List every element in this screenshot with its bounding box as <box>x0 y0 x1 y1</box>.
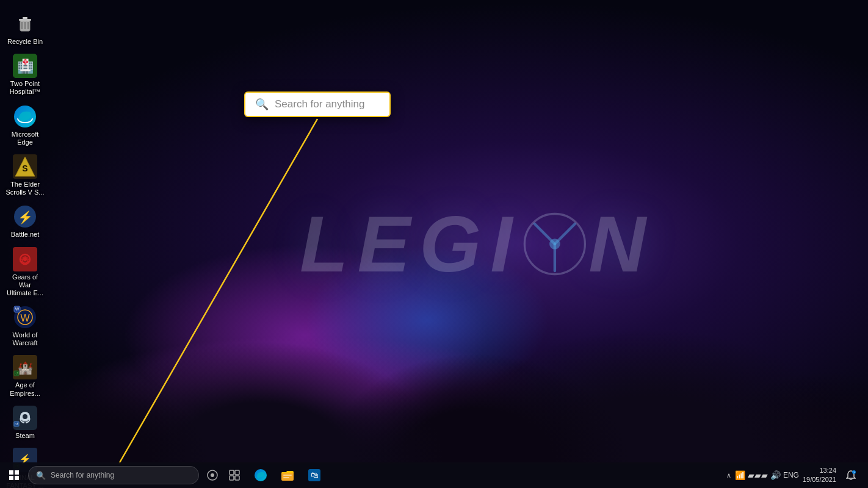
steam-label: Steam <box>15 432 35 440</box>
taskbar-notification-button[interactable]: 2 <box>840 464 862 486</box>
svg-text:↺: ↺ <box>15 422 18 426</box>
desktop-icons-column: Recycle Bin 🏥 Two PointHospital™ <box>0 6 49 488</box>
svg-text:W: W <box>15 307 20 311</box>
taskbar-system-tray: ∧ 📶 ▰▰▰ 🔊 ENG 13:24 19/05/2021 <box>726 464 868 486</box>
tph-icon: 🏥 <box>13 54 37 78</box>
desktop-icon-edge[interactable]: MicrosoftEdge <box>3 102 47 149</box>
taskbar-datetime[interactable]: 13:24 19/05/2021 <box>803 466 836 485</box>
taskbar-search-text: Search for anything <box>51 471 114 479</box>
svg-text:🏥: 🏥 <box>17 58 34 74</box>
edge-label: MicrosoftEdge <box>12 131 39 146</box>
battlenet-icon: ⚡ <box>13 204 37 229</box>
elderscrolls-label: The ElderScrolls V S... <box>6 181 45 196</box>
language-indicator[interactable]: ENG <box>783 471 799 479</box>
wow-icon: W W <box>13 305 37 329</box>
taskbar-app-edge[interactable] <box>248 462 273 488</box>
aoe1-icon: 🏰 ↺ <box>13 355 37 379</box>
search-popup-search-icon: 🔍 <box>255 98 269 111</box>
svg-point-47 <box>211 473 214 477</box>
start-button[interactable] <box>0 462 28 488</box>
taskbar-time: 13:24 <box>819 466 836 475</box>
gearsofwar-label: Gears of WarUltimate E... <box>5 273 45 298</box>
svg-rect-6 <box>19 19 31 21</box>
edge-icon <box>13 104 37 129</box>
taskbar-search-icon: 🔍 <box>36 471 46 480</box>
desktop-icon-recycle-bin[interactable]: Recycle Bin <box>3 9 47 48</box>
desktop: LEGI N Recyc <box>0 0 868 488</box>
svg-rect-51 <box>235 476 239 480</box>
legion-text-part1: LEGI <box>300 198 521 290</box>
desktop-icon-battlenet[interactable]: ⚡ Battle.net <box>3 202 47 241</box>
recycle-bin-icon <box>13 12 37 36</box>
svg-rect-49 <box>235 470 239 475</box>
search-popup[interactable]: 🔍 Search for anything <box>244 92 391 117</box>
search-circle-icon <box>207 470 218 481</box>
desktop-icon-steam[interactable]: ↺ Steam <box>3 403 47 442</box>
desktop-icon-elderscrolls[interactable]: S The ElderScrolls V S... <box>3 152 47 199</box>
svg-rect-55 <box>283 477 289 478</box>
taskbar-task-view-button[interactable] <box>223 464 245 486</box>
legion-logo: LEGI N <box>300 198 655 290</box>
svg-rect-50 <box>230 476 234 480</box>
windows-logo-icon <box>9 470 19 480</box>
svg-rect-7 <box>23 17 27 19</box>
elderscrolls-icon: S <box>13 154 37 179</box>
desktop-icon-gearsofwar[interactable]: ⚙ Gears of WarUltimate E... <box>3 245 47 300</box>
notification-icon: 2 <box>846 470 856 480</box>
tray-expand-button[interactable]: ∧ <box>726 472 731 479</box>
svg-text:⚙: ⚙ <box>20 254 30 266</box>
taskbar-app-explorer[interactable] <box>275 462 300 488</box>
battery-icon: ▰▰▰ <box>748 470 768 480</box>
bg-glow-purple2 <box>61 336 549 458</box>
task-view-icon <box>229 470 240 481</box>
svg-point-4 <box>550 239 561 249</box>
taskbar-search-bar[interactable]: 🔍 Search for anything <box>28 466 199 484</box>
svg-text:⚡: ⚡ <box>18 210 33 225</box>
svg-rect-54 <box>283 475 292 476</box>
svg-text:W: W <box>20 313 30 323</box>
taskbar-date: 19/05/2021 <box>803 475 836 484</box>
search-popup-placeholder: Search for anything <box>275 98 364 110</box>
svg-rect-48 <box>230 470 234 475</box>
recycle-bin-label: Recycle Bin <box>7 38 43 46</box>
svg-text:S: S <box>22 163 27 173</box>
taskbar-search-circle-button[interactable] <box>201 464 223 486</box>
battlenet-label: Battle.net <box>11 231 39 239</box>
desktop-icon-tph[interactable]: 🏥 Two PointHospital™ <box>3 51 47 98</box>
svg-text:🏰: 🏰 <box>18 361 33 376</box>
svg-text:↺: ↺ <box>15 371 18 375</box>
taskbar-sys-icons: 📶 ▰▰▰ 🔊 ENG <box>735 470 799 480</box>
volume-icon: 🔊 <box>770 470 781 480</box>
legion-y-icon <box>521 210 588 278</box>
legion-text-part2: N <box>588 198 655 290</box>
aoe1-label: Age ofEmpires... <box>10 381 40 397</box>
desktop-icon-aoe1[interactable]: 🏰 ↺ Age ofEmpires... <box>3 353 47 400</box>
network-icon: 📶 <box>735 470 745 480</box>
desktop-icon-wow[interactable]: W W World ofWarcraft <box>3 303 47 350</box>
svg-text:🛍: 🛍 <box>311 470 319 479</box>
svg-rect-53 <box>281 472 294 481</box>
svg-point-34 <box>23 414 27 419</box>
taskbar-pinned-apps: 🛍 <box>248 462 327 488</box>
gearsofwar-icon: ⚙ <box>13 247 37 271</box>
taskbar: 🔍 Search for anything <box>0 462 868 488</box>
taskbar-app-store[interactable]: 🛍 <box>302 462 327 488</box>
steam-icon: ↺ <box>13 406 37 430</box>
wow-label: World ofWarcraft <box>12 331 37 347</box>
tph-label: Two PointHospital™ <box>10 80 41 96</box>
